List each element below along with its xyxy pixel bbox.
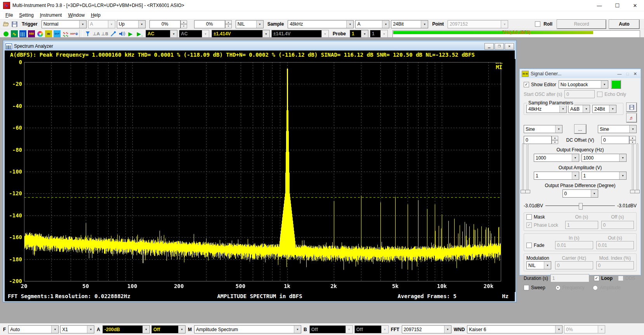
sample-rate-select[interactable]: 48kHz▼	[288, 20, 354, 28]
trigger-level-input[interactable]: 0%	[149, 20, 181, 28]
dc-offset-a-stepper[interactable]: ▲▼	[552, 136, 558, 144]
signal-generator-icon[interactable]: ≈	[45, 30, 52, 38]
a-range-select[interactable]: -200dB▼	[102, 325, 150, 333]
dc-offset-b-stepper[interactable]: ▲▼	[629, 136, 636, 144]
amplitude-b-select[interactable]: 1▼	[582, 172, 627, 180]
up-arrow-icon[interactable]: ▲	[225, 20, 232, 24]
spectrum-analyzer-title: Spectrum Analyzer	[14, 43, 53, 49]
waveform-b-select[interactable]: Sine▼	[598, 125, 637, 133]
menu-help[interactable]: Help	[88, 12, 104, 19]
fft-size-select[interactable]: 2097152▼	[402, 325, 451, 333]
app-titlebar[interactable]: ∿ Multi-Instrument Pro 3.8 - [+3DP+DLG+L…	[0, 0, 644, 11]
minimize-button[interactable]: —	[590, 0, 608, 11]
ground-a-icon[interactable]: ⊥A	[92, 30, 100, 38]
waveform-a-select[interactable]: Sine▼	[524, 125, 562, 133]
balance-slider[interactable]	[545, 202, 615, 209]
data-logger-icon[interactable]	[36, 30, 44, 38]
show-editor-checkbox[interactable]: ✓	[524, 82, 529, 87]
view-mode-select[interactable]: Amplitude Spectrum▼	[194, 325, 301, 333]
minimize-button[interactable]: ▁	[484, 43, 494, 50]
spectrum-analyzer-titlebar[interactable]: Spectrum Analyzer ▁ ❐ ✕	[5, 42, 515, 50]
menu-file[interactable]: File	[2, 12, 16, 19]
up-arrow-icon[interactable]: ▲	[181, 20, 187, 24]
trigger-mode-select[interactable]: Normal▼	[42, 20, 87, 28]
probe-a-select[interactable]: 1▼	[350, 30, 368, 38]
close-button[interactable]: ✕	[505, 43, 514, 50]
spectrum-analyzer-icon[interactable]	[19, 30, 27, 38]
spectrum-plot[interactable]	[5, 59, 516, 292]
play-icon[interactable]: ▶	[127, 30, 134, 38]
coupling-a-select[interactable]: AC▼	[146, 30, 177, 38]
frequency-a-select[interactable]: 1000▼	[534, 154, 579, 162]
more-options-button[interactable]: ...	[575, 125, 586, 134]
frequency-b-select[interactable]: 1000▼	[582, 154, 627, 162]
multimeter-icon[interactable]: 888	[28, 30, 35, 38]
menu-window[interactable]: Window	[65, 12, 88, 19]
device-test-plan-icon[interactable]: DUT	[53, 30, 61, 38]
dc-offset-b-input[interactable]: 0	[601, 136, 629, 144]
mask-checkbox[interactable]	[526, 214, 532, 220]
generator-channel-select[interactable]: A&B▼	[568, 105, 590, 113]
open-icon[interactable]	[2, 20, 10, 28]
trigger-edge-select[interactable]: Up▼	[117, 20, 146, 28]
fade-out-label: Out (s)	[596, 235, 634, 241]
input-device-icon[interactable]	[84, 30, 92, 38]
probe-calibration-icon[interactable]	[109, 30, 117, 38]
run-signal-generator-button[interactable]	[611, 80, 621, 89]
maximize-button[interactable]: ☐	[608, 0, 626, 11]
chevron-down-icon: ▼	[178, 326, 185, 333]
trigger-delay-input[interactable]: 0%	[194, 20, 225, 28]
window-function-select[interactable]: Kaiser 6▼	[467, 325, 562, 333]
generator-bits-select[interactable]: 24Bit▼	[592, 105, 616, 113]
slider-handle[interactable]	[579, 203, 583, 210]
signal-generator-titlebar[interactable]: ≈≈ Signal Gener... — □ ✕	[520, 69, 640, 78]
fade-checkbox[interactable]	[526, 243, 532, 248]
down-arrow-icon[interactable]: ▼	[225, 24, 232, 28]
save-icon[interactable]	[10, 20, 18, 28]
a-shift-select[interactable]: Off▼	[151, 325, 186, 333]
chevron-down-icon: ▼	[583, 105, 590, 113]
restore-button[interactable]: ❐	[495, 43, 504, 50]
trigger-level-stepper[interactable]: ▲▼	[181, 20, 187, 28]
play-loop-icon[interactable]: ▶○	[135, 30, 143, 38]
trigger-delay-stepper[interactable]: ▲▼	[225, 20, 232, 28]
range-a-select[interactable]: ±1.414V▼	[212, 30, 270, 38]
loopback-select[interactable]: No Loopback▼	[559, 80, 608, 89]
sample-channel-select[interactable]: A▼	[355, 20, 389, 28]
level-slider-handle[interactable]	[635, 190, 640, 193]
auto-button[interactable]: Auto	[609, 20, 639, 29]
derived-data-icon[interactable]: ∿∿∿∿	[62, 30, 69, 38]
ground-b-icon[interactable]: ⊥B	[101, 30, 109, 38]
roll-checkbox[interactable]	[535, 21, 540, 27]
music-notes-button[interactable]: ♬	[627, 113, 637, 122]
sound-output-icon[interactable]	[118, 30, 126, 38]
level-slider-handle[interactable]	[525, 190, 530, 193]
sweep-checkbox[interactable]	[524, 285, 529, 290]
chevron-down-icon: ▼	[361, 30, 368, 38]
sweep-amplitude-label: Amplitude	[600, 285, 620, 290]
x-multiplier-select[interactable]: X1▼	[60, 325, 94, 333]
point-count-select: 2097152▼	[448, 20, 508, 28]
loop-checkbox[interactable]: ✓	[594, 276, 599, 281]
ddp-viewer-icon[interactable]: DDP⊕	[70, 30, 78, 38]
close-button[interactable]: ✕	[634, 71, 637, 76]
trigger-source-select: A▼	[88, 20, 115, 28]
dc-offset-a-input[interactable]: 0	[524, 136, 552, 144]
sample-bits-select[interactable]: 24Bit▼	[391, 20, 428, 28]
minimize-button[interactable]: —	[617, 71, 621, 76]
run-icon[interactable]	[2, 30, 10, 38]
hpf-select[interactable]: NIL▼	[236, 20, 264, 28]
oscilloscope-icon[interactable]: ∿	[10, 30, 18, 38]
amplitude-a-select[interactable]: 1▼	[534, 172, 579, 180]
phase-difference-select[interactable]: 0▼	[562, 189, 598, 198]
menu-setting[interactable]: Setting	[16, 12, 36, 19]
down-arrow-icon[interactable]: ▼	[181, 24, 187, 28]
signal-generator-title: Signal Gener...	[531, 71, 561, 76]
menu-instrument[interactable]: Instrument	[37, 12, 65, 19]
frequency-axis-select[interactable]: Auto▼	[8, 325, 59, 333]
generator-sample-rate-select[interactable]: 48kHz▼	[526, 105, 567, 113]
phase-lock-checkbox: ✓	[526, 222, 532, 228]
modulation-type-select[interactable]: NIL▼	[526, 261, 551, 269]
save-signal-button[interactable]	[627, 103, 637, 112]
close-button[interactable]: ✕	[626, 0, 644, 11]
